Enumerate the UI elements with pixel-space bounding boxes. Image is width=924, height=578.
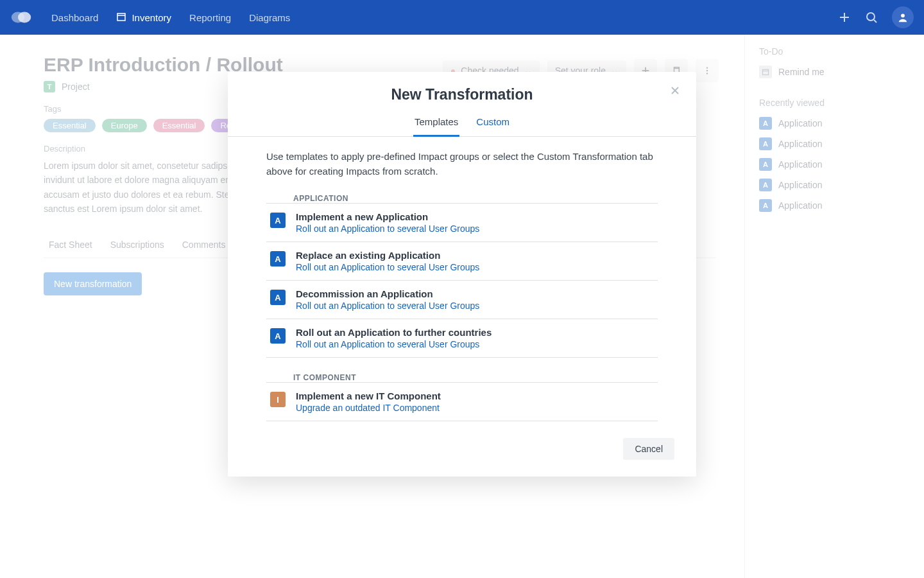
template-subtitle: Upgrade an outdated IT Component [296, 403, 441, 413]
template-item[interactable]: ARoll out an Application to further coun… [266, 319, 658, 358]
modal-title: New Transformation [228, 86, 696, 103]
user-avatar[interactable] [892, 6, 914, 28]
template-badge-icon: A [270, 328, 286, 344]
nav-reporting[interactable]: Reporting [189, 12, 231, 24]
nav-inventory[interactable]: Inventory [116, 12, 171, 24]
template-badge-icon: I [270, 392, 286, 407]
group-itcomponent-label: IT COMPONENT [293, 373, 658, 382]
modal-tabs: Templates Custom [228, 109, 696, 137]
template-subtitle: Roll out an Application to several User … [296, 262, 479, 272]
svg-line-7 [874, 20, 877, 22]
nav-actions [838, 6, 914, 28]
template-item[interactable]: AImplement a new ApplicationRoll out an … [266, 203, 658, 242]
modal-intro: Use templates to apply pre-defined Impac… [266, 150, 658, 179]
template-subtitle: Roll out an Application to several User … [296, 339, 492, 349]
tab-custom[interactable]: Custom [475, 109, 511, 136]
top-nav: Dashboard Inventory Reporting Diagrams [0, 0, 924, 35]
template-subtitle: Roll out an Application to several User … [296, 223, 479, 234]
template-title: Replace an existing Application [296, 250, 479, 261]
template-title: Implement a new IT Component [296, 390, 441, 401]
nav-items: Dashboard Inventory Reporting Diagrams [51, 12, 290, 24]
new-transformation-modal: New Transformation Templates Custom Use … [228, 72, 696, 477]
close-icon[interactable] [667, 82, 683, 99]
template-badge-icon: A [270, 213, 286, 228]
template-title: Implement a new Application [296, 211, 479, 222]
logo-icon [10, 9, 32, 26]
svg-rect-2 [117, 13, 125, 21]
search-icon[interactable] [865, 11, 878, 24]
svg-point-6 [867, 13, 875, 21]
nav-diagrams[interactable]: Diagrams [249, 12, 290, 24]
cancel-button[interactable]: Cancel [623, 438, 674, 460]
add-icon[interactable] [838, 11, 851, 24]
modal-overlay: New Transformation Templates Custom Use … [0, 35, 924, 578]
tab-templates[interactable]: Templates [413, 109, 459, 137]
template-item[interactable]: ADecommission an ApplicationRoll out an … [266, 281, 658, 319]
inventory-icon [116, 12, 126, 24]
group-application-label: APPLICATION [293, 194, 658, 203]
svg-point-1 [18, 12, 31, 23]
template-badge-icon: A [270, 290, 286, 305]
svg-point-8 [901, 13, 905, 17]
template-title: Decommission an Application [296, 288, 479, 299]
nav-dashboard[interactable]: Dashboard [51, 12, 98, 24]
template-item[interactable]: AReplace an existing ApplicationRoll out… [266, 242, 658, 281]
template-item[interactable]: IImplement a new IT ComponentUpgrade an … [266, 382, 658, 421]
template-badge-icon: A [270, 251, 286, 267]
template-subtitle: Roll out an Application to several User … [296, 301, 479, 311]
template-title: Roll out an Application to further count… [296, 327, 492, 338]
